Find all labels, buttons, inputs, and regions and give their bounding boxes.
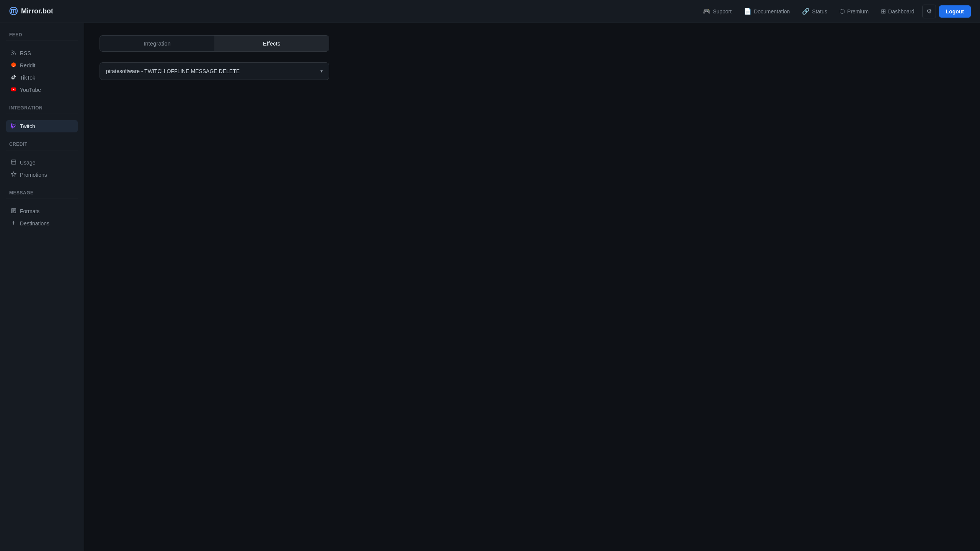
tab-effects[interactable]: Effects: [214, 36, 329, 51]
dashboard-link[interactable]: ⊞ Dashboard: [876, 5, 919, 17]
svg-point-0: [11, 54, 12, 54]
credit-divider: [6, 150, 78, 150]
credit-section-title: Credit: [6, 142, 78, 147]
dropdown-value: piratesoftware - TWITCH OFFLINE MESSAGE …: [106, 68, 240, 74]
tabs-container: Integration Effects: [100, 35, 329, 52]
sidebar-item-promotions[interactable]: Promotions: [6, 169, 78, 181]
destinations-icon: [10, 220, 17, 227]
settings-button[interactable]: ⚙: [922, 5, 936, 18]
sidebar-section-integration: Integration Twitch: [6, 105, 78, 132]
logo-link[interactable]: ⓜ Mirror.bot: [9, 6, 53, 17]
formats-icon: [10, 208, 17, 215]
premium-link[interactable]: ⬡ Premium: [835, 5, 873, 17]
message-section-title: Message: [6, 190, 78, 196]
feed-divider: [6, 41, 78, 41]
logo-text: Mirror.bot: [21, 7, 53, 15]
settings-icon: ⚙: [926, 8, 932, 15]
sidebar-item-youtube[interactable]: YouTube: [6, 84, 78, 96]
status-icon: 🔗: [802, 8, 810, 15]
main-wrapper: Feed RSS Reddit: [0, 23, 980, 551]
svg-rect-5: [11, 160, 15, 164]
message-divider: [6, 199, 78, 199]
sidebar-item-usage[interactable]: Usage: [6, 156, 78, 169]
support-icon: 🎮: [703, 8, 710, 15]
sidebar-section-message: Message Formats Destinations: [6, 190, 78, 230]
dashboard-icon: ⊞: [881, 8, 886, 15]
sidebar: Feed RSS Reddit: [0, 23, 84, 551]
integration-section-title: Integration: [6, 105, 78, 111]
usage-icon: [10, 159, 17, 166]
sidebar-item-tiktok[interactable]: TikTok: [6, 72, 78, 84]
tab-integration[interactable]: Integration: [100, 36, 214, 51]
header: ⓜ Mirror.bot 🎮 Support 📄 Documentation 🔗…: [0, 0, 980, 23]
tiktok-icon: [10, 74, 17, 81]
dropdown-container: piratesoftware - TWITCH OFFLINE MESSAGE …: [100, 62, 329, 80]
event-dropdown[interactable]: piratesoftware - TWITCH OFFLINE MESSAGE …: [100, 62, 329, 80]
logout-button[interactable]: Logout: [939, 5, 971, 18]
premium-icon: ⬡: [840, 8, 845, 15]
sidebar-section-credit: Credit Usage Promotions: [6, 142, 78, 181]
svg-point-3: [14, 65, 15, 65]
sidebar-item-rss[interactable]: RSS: [6, 47, 78, 59]
main-content: Integration Effects piratesoftware - TWI…: [84, 23, 980, 551]
documentation-icon: 📄: [744, 8, 751, 15]
status-link[interactable]: 🔗 Status: [797, 5, 832, 17]
youtube-icon: [10, 86, 17, 93]
logo-icon: ⓜ: [9, 6, 17, 17]
twitch-icon: [10, 123, 17, 130]
sidebar-item-reddit[interactable]: Reddit: [6, 59, 78, 72]
sidebar-item-twitch[interactable]: Twitch: [6, 120, 78, 132]
sidebar-item-formats[interactable]: Formats: [6, 205, 78, 217]
integration-divider: [6, 114, 78, 114]
sidebar-section-feed: Feed RSS Reddit: [6, 32, 78, 96]
support-link[interactable]: 🎮 Support: [698, 5, 736, 17]
reddit-icon: [10, 62, 17, 69]
dropdown-arrow-icon: ▾: [320, 68, 323, 74]
header-nav: 🎮 Support 📄 Documentation 🔗 Status ⬡ Pre…: [698, 5, 971, 18]
sidebar-item-destinations[interactable]: Destinations: [6, 217, 78, 230]
rss-icon: [10, 50, 17, 57]
documentation-link[interactable]: 📄 Documentation: [739, 5, 794, 17]
promotions-icon: [10, 171, 17, 178]
feed-section-title: Feed: [6, 32, 78, 37]
svg-point-2: [12, 65, 13, 65]
